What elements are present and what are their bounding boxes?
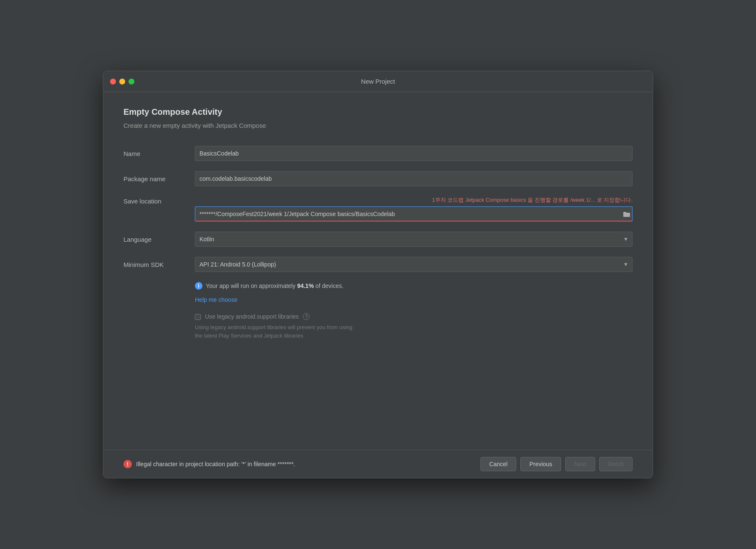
sdk-percentage: 94.1%: [297, 282, 314, 289]
package-name-row: Package name: [123, 171, 633, 186]
minimum-sdk-label: Minimum SDK: [123, 261, 195, 268]
sdk-info: i Your app will run on approximately 94.…: [195, 282, 633, 290]
finish-button[interactable]: Finish: [599, 457, 633, 471]
legacy-help-icon[interactable]: ?: [303, 313, 310, 320]
info-icon: i: [195, 282, 202, 290]
save-location-wrapper: [195, 206, 633, 222]
package-name-label: Package name: [123, 175, 195, 182]
svg-rect-1: [623, 212, 626, 213]
traffic-lights: [110, 79, 134, 84]
main-content: Empty Compose Activity Create a new empt…: [103, 92, 653, 450]
button-group: Cancel Previous Next Finish: [480, 457, 633, 471]
legacy-libraries-row: Use legacy android.support libraries ?: [195, 313, 633, 320]
legacy-label: Use legacy android.support libraries: [205, 313, 299, 320]
save-location-label-row: Save location 1주차 코드랩 Jetpack Compose ba…: [123, 196, 633, 205]
legacy-desc-line1: Using legacy android.support libraries w…: [195, 323, 633, 332]
activity-subtitle: Create a new empty activity with Jetpack…: [123, 122, 633, 129]
save-location-tooltip: 1주차 코드랩 Jetpack Compose basics 을 진행할 경로를…: [195, 196, 633, 204]
name-row: Name: [123, 146, 633, 161]
activity-title: Empty Compose Activity: [123, 107, 633, 117]
name-label: Name: [123, 150, 195, 157]
next-button[interactable]: Next: [565, 457, 595, 471]
save-location-input[interactable]: [195, 206, 633, 222]
save-location-section: Save location 1주차 코드랩 Jetpack Compose ba…: [123, 196, 633, 222]
minimum-sdk-select[interactable]: API 21: Android 5.0 (Lollipop) API 22: A…: [195, 257, 633, 272]
svg-rect-0: [623, 213, 630, 217]
cancel-button[interactable]: Cancel: [480, 457, 517, 471]
legacy-checkbox[interactable]: [195, 314, 201, 320]
sdk-info-prefix: Your app will run on approximately: [206, 282, 297, 289]
legacy-desc-line2: the latest Play Services and Jetpack lib…: [195, 332, 633, 340]
name-input[interactable]: [195, 146, 633, 161]
browse-folder-button[interactable]: [623, 211, 630, 217]
save-location-label: Save location: [123, 198, 195, 205]
form-section: Empty Compose Activity Create a new empt…: [123, 107, 633, 435]
close-button[interactable]: [110, 79, 116, 84]
package-name-input[interactable]: [195, 171, 633, 186]
maximize-button[interactable]: [129, 79, 134, 84]
footer: ! Illegal character in project location …: [103, 450, 653, 478]
language-row: Language Kotlin Java ▼: [123, 232, 633, 247]
title-bar: New Project: [103, 71, 653, 92]
legacy-description: Using legacy android.support libraries w…: [195, 323, 633, 340]
language-select-wrapper: Kotlin Java ▼: [195, 232, 633, 247]
error-icon: !: [123, 460, 132, 468]
error-message: Illegal character in project location pa…: [136, 461, 295, 467]
help-link[interactable]: Help me choose: [195, 296, 633, 303]
sdk-info-text: Your app will run on approximately 94.1%…: [206, 282, 344, 289]
new-project-window: New Project Empty Compose Activity Creat…: [103, 71, 653, 478]
language-select[interactable]: Kotlin Java: [195, 232, 633, 247]
minimum-sdk-row: Minimum SDK API 21: Android 5.0 (Lollipo…: [123, 257, 633, 272]
minimum-sdk-select-wrapper: API 21: Android 5.0 (Lollipop) API 22: A…: [195, 257, 633, 272]
language-label: Language: [123, 236, 195, 243]
error-bar: ! Illegal character in project location …: [123, 460, 480, 468]
window-title: New Project: [361, 78, 395, 85]
previous-button[interactable]: Previous: [520, 457, 561, 471]
sdk-info-suffix: of devices.: [314, 282, 344, 289]
minimize-button[interactable]: [119, 79, 125, 84]
